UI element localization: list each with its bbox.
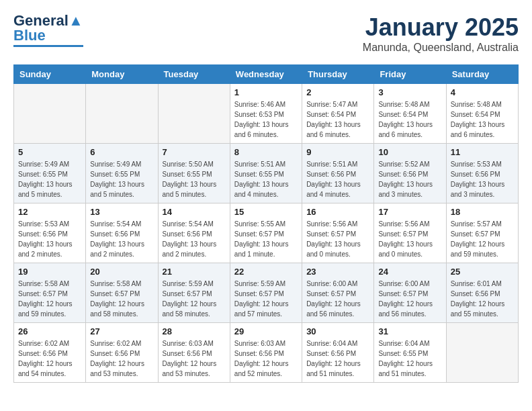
day-number: 29 [234,326,298,336]
calendar-week-row: 5Sunrise: 5:49 AM Sunset: 6:55 PM Daylig… [14,144,519,203]
day-info: Sunrise: 5:54 AM Sunset: 6:56 PM Dayligh… [163,219,226,259]
page-header: General▲ Blue January 2025 Manunda, Quee… [13,13,519,54]
day-number: 7 [163,147,226,157]
weekday-header: Friday [374,65,446,84]
day-number: 8 [234,147,298,157]
calendar-week-row: 12Sunrise: 5:53 AM Sunset: 6:56 PM Dayli… [14,203,519,263]
calendar-header-row: SundayMondayTuesdayWednesdayThursdayFrid… [14,65,519,84]
day-number: 23 [306,267,369,277]
calendar-cell: 28Sunrise: 6:03 AM Sunset: 6:56 PM Dayli… [158,323,230,383]
calendar-cell: 12Sunrise: 5:53 AM Sunset: 6:56 PM Dayli… [14,203,86,263]
day-number: 9 [306,147,369,157]
calendar-cell [86,84,158,144]
calendar-week-row: 1Sunrise: 5:46 AM Sunset: 6:53 PM Daylig… [14,84,519,144]
day-info: Sunrise: 6:04 AM Sunset: 6:56 PM Dayligh… [306,338,369,379]
day-number: 18 [451,207,514,217]
day-number: 12 [18,207,81,217]
day-info: Sunrise: 5:49 AM Sunset: 6:55 PM Dayligh… [90,159,153,199]
calendar: SundayMondayTuesdayWednesdayThursdayFrid… [13,64,519,383]
weekday-header: Wednesday [230,65,302,84]
calendar-cell: 2Sunrise: 5:47 AM Sunset: 6:54 PM Daylig… [302,84,374,144]
calendar-cell: 8Sunrise: 5:51 AM Sunset: 6:55 PM Daylig… [230,144,302,203]
calendar-cell: 24Sunrise: 6:00 AM Sunset: 6:57 PM Dayli… [374,263,446,323]
day-info: Sunrise: 5:59 AM Sunset: 6:57 PM Dayligh… [163,279,226,319]
day-info: Sunrise: 5:48 AM Sunset: 6:54 PM Dayligh… [451,99,514,140]
day-info: Sunrise: 5:59 AM Sunset: 6:57 PM Dayligh… [234,279,298,319]
calendar-cell: 15Sunrise: 5:55 AM Sunset: 6:57 PM Dayli… [230,203,302,263]
calendar-cell: 19Sunrise: 5:58 AM Sunset: 6:57 PM Dayli… [14,263,86,323]
day-info: Sunrise: 5:56 AM Sunset: 6:57 PM Dayligh… [306,219,369,259]
calendar-cell: 10Sunrise: 5:52 AM Sunset: 6:56 PM Dayli… [374,144,446,203]
logo: General▲ Blue [13,13,83,47]
day-number: 16 [306,207,369,217]
day-info: Sunrise: 6:02 AM Sunset: 6:56 PM Dayligh… [18,338,81,379]
calendar-cell: 27Sunrise: 6:02 AM Sunset: 6:56 PM Dayli… [86,323,158,383]
day-info: Sunrise: 5:51 AM Sunset: 6:56 PM Dayligh… [306,159,369,199]
day-number: 4 [451,87,514,97]
calendar-cell: 29Sunrise: 6:03 AM Sunset: 6:56 PM Dayli… [230,323,302,383]
day-info: Sunrise: 6:01 AM Sunset: 6:56 PM Dayligh… [451,279,514,319]
day-number: 26 [18,326,81,336]
day-info: Sunrise: 5:47 AM Sunset: 6:54 PM Dayligh… [306,99,369,140]
calendar-week-row: 19Sunrise: 5:58 AM Sunset: 6:57 PM Dayli… [14,263,519,323]
day-number: 3 [378,87,441,97]
calendar-week-row: 26Sunrise: 6:02 AM Sunset: 6:56 PM Dayli… [14,323,519,383]
day-info: Sunrise: 6:04 AM Sunset: 6:55 PM Dayligh… [378,338,441,379]
calendar-cell: 3Sunrise: 5:48 AM Sunset: 6:54 PM Daylig… [374,84,446,144]
day-info: Sunrise: 5:54 AM Sunset: 6:56 PM Dayligh… [90,219,153,259]
calendar-cell: 18Sunrise: 5:57 AM Sunset: 6:57 PM Dayli… [446,203,518,263]
calendar-cell: 1Sunrise: 5:46 AM Sunset: 6:53 PM Daylig… [230,84,302,144]
day-info: Sunrise: 5:49 AM Sunset: 6:55 PM Dayligh… [18,159,81,199]
day-info: Sunrise: 5:58 AM Sunset: 6:57 PM Dayligh… [90,279,153,319]
day-number: 1 [234,87,298,97]
calendar-cell: 4Sunrise: 5:48 AM Sunset: 6:54 PM Daylig… [446,84,518,144]
day-info: Sunrise: 6:00 AM Sunset: 6:57 PM Dayligh… [378,279,441,319]
day-info: Sunrise: 5:58 AM Sunset: 6:57 PM Dayligh… [18,279,81,319]
calendar-cell: 7Sunrise: 5:50 AM Sunset: 6:55 PM Daylig… [158,144,230,203]
day-number: 31 [378,326,441,336]
day-number: 13 [90,207,153,217]
day-info: Sunrise: 5:53 AM Sunset: 6:56 PM Dayligh… [451,159,514,199]
day-number: 19 [18,267,81,277]
calendar-cell: 17Sunrise: 5:56 AM Sunset: 6:57 PM Dayli… [374,203,446,263]
day-info: Sunrise: 6:02 AM Sunset: 6:56 PM Dayligh… [90,338,153,379]
calendar-cell: 26Sunrise: 6:02 AM Sunset: 6:56 PM Dayli… [14,323,86,383]
day-number: 24 [378,267,441,277]
day-number: 6 [90,147,153,157]
day-info: Sunrise: 5:55 AM Sunset: 6:57 PM Dayligh… [234,219,298,259]
day-info: Sunrise: 5:50 AM Sunset: 6:55 PM Dayligh… [163,159,226,199]
logo-text: General▲ [13,13,83,28]
weekday-header: Sunday [14,65,86,84]
weekday-header: Monday [86,65,158,84]
day-number: 11 [451,147,514,157]
location-title: Manunda, Queensland, Australia [363,42,519,54]
day-number: 21 [163,267,226,277]
calendar-cell: 11Sunrise: 5:53 AM Sunset: 6:56 PM Dayli… [446,144,518,203]
logo-underline [13,45,83,47]
calendar-cell [446,323,518,383]
day-number: 14 [163,207,226,217]
day-number: 17 [378,207,441,217]
day-number: 10 [378,147,441,157]
calendar-cell: 22Sunrise: 5:59 AM Sunset: 6:57 PM Dayli… [230,263,302,323]
calendar-cell: 13Sunrise: 5:54 AM Sunset: 6:56 PM Dayli… [86,203,158,263]
day-number: 30 [306,326,369,336]
title-block: January 2025 Manunda, Queensland, Austra… [363,13,519,54]
calendar-cell: 21Sunrise: 5:59 AM Sunset: 6:57 PM Dayli… [158,263,230,323]
calendar-cell: 14Sunrise: 5:54 AM Sunset: 6:56 PM Dayli… [158,203,230,263]
calendar-cell: 9Sunrise: 5:51 AM Sunset: 6:56 PM Daylig… [302,144,374,203]
calendar-cell [14,84,86,144]
day-number: 27 [90,326,153,336]
weekday-header: Tuesday [158,65,230,84]
day-info: Sunrise: 6:03 AM Sunset: 6:56 PM Dayligh… [163,338,226,379]
calendar-cell: 6Sunrise: 5:49 AM Sunset: 6:55 PM Daylig… [86,144,158,203]
calendar-cell [158,84,230,144]
day-number: 20 [90,267,153,277]
day-info: Sunrise: 5:52 AM Sunset: 6:56 PM Dayligh… [378,159,441,199]
day-info: Sunrise: 5:48 AM Sunset: 6:54 PM Dayligh… [378,99,441,140]
weekday-header: Saturday [446,65,518,84]
day-number: 25 [451,267,514,277]
calendar-cell: 20Sunrise: 5:58 AM Sunset: 6:57 PM Dayli… [86,263,158,323]
day-info: Sunrise: 5:56 AM Sunset: 6:57 PM Dayligh… [378,219,441,259]
day-number: 15 [234,207,298,217]
